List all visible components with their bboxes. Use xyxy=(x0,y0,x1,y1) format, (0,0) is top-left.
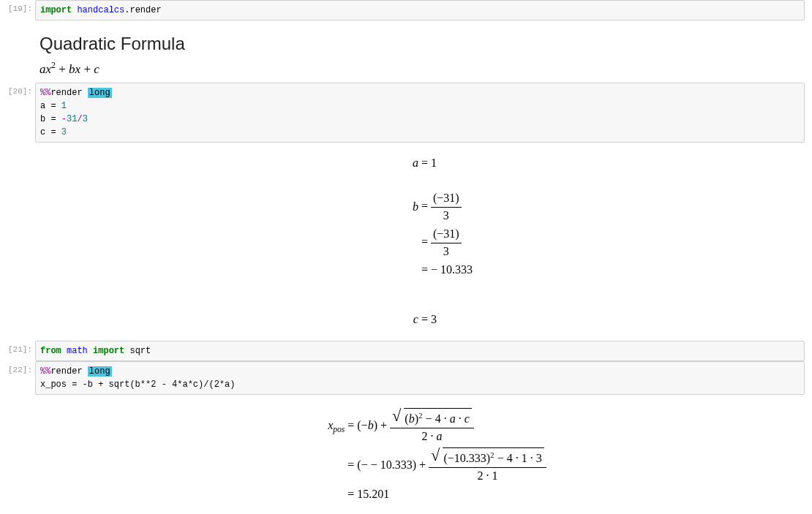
sq-c: c xyxy=(465,413,470,426)
out-b-eq2: = xyxy=(421,235,431,248)
out-c-eq: = xyxy=(421,313,431,325)
cell-21: [21]: from math import sqrt xyxy=(0,341,812,361)
eq: = xyxy=(45,101,61,111)
magic-render2: render xyxy=(50,366,82,377)
den1-2: 2 · xyxy=(421,430,436,442)
den1-a: a xyxy=(436,430,442,442)
out-c-val: 3 xyxy=(431,313,437,325)
frac-b2: (−31) 3 xyxy=(431,227,462,260)
out-term2: (− − 10.333) + xyxy=(357,458,429,471)
frac-b1-den: 3 xyxy=(431,208,462,224)
module-handcalcs: handcalcs xyxy=(77,5,124,15)
out-val3: 15.201 xyxy=(357,488,389,500)
op-plus: + xyxy=(56,62,69,76)
magic-arg-long: long xyxy=(88,88,112,98)
name-sqrt: sqrt xyxy=(129,346,151,356)
cell-21-prompt: [21]: xyxy=(0,341,35,354)
cell-22: [22]: %%render long x_pos = -b + sqrt(b*… xyxy=(0,361,812,395)
keyword-import: import xyxy=(40,5,72,15)
cell-22-output: xpos = (−b) + √ (b)2 − 4 · a · c xyxy=(0,395,812,514)
out-term1-b: b xyxy=(368,419,374,431)
num-1: 1 xyxy=(61,101,67,111)
num-31: 31 xyxy=(67,114,77,124)
var-c: c xyxy=(94,62,99,76)
eq: = xyxy=(45,114,61,124)
out-b-val: − 10.333 xyxy=(431,263,473,276)
empty-prompt xyxy=(0,395,35,399)
frac-b1-num: (−31) xyxy=(431,191,462,208)
den2: 2 · 1 xyxy=(429,468,546,484)
sq-minus: − 4 · xyxy=(423,413,450,426)
cell-19-input[interactable]: import handcalcs.render xyxy=(35,0,805,20)
keyword-import2: import xyxy=(93,346,124,356)
op-div: / xyxy=(77,114,82,124)
var-b: b xyxy=(69,62,75,76)
cell-20-output: a = 1 b = (−31) 3 xyxy=(0,143,812,341)
op-plus2: + xyxy=(80,62,94,76)
sq-a: a xyxy=(450,413,456,426)
magic-arg-long2: long xyxy=(88,366,112,377)
sq-b: b xyxy=(409,413,415,426)
var-a: a xyxy=(40,62,46,76)
module-math: math xyxy=(67,346,88,356)
out-term1c: ) + xyxy=(374,419,390,431)
var-x: x xyxy=(46,62,52,76)
out-b-lhs: b xyxy=(375,200,420,215)
frac-b1: (−31) 3 xyxy=(431,191,462,224)
empty-prompt xyxy=(0,143,35,147)
keyword-from: from xyxy=(40,346,61,356)
cell-20-input[interactable]: %%render long a = 1 b = -31/3 c = 3 xyxy=(35,83,805,143)
code-line-xpos: x_pos = -b + sqrt(b**2 - 4*a*c)/(2*a) xyxy=(40,379,235,390)
out-a-val: 1 xyxy=(431,156,437,169)
frac-b2-num: (−31) xyxy=(431,227,462,243)
out-a-lhs: a xyxy=(375,156,420,171)
num-3: 3 xyxy=(83,114,88,124)
markdown-content: Quadratic Formula ax2 + bx + c xyxy=(35,20,812,83)
output-20: a = 1 b = (−31) 3 xyxy=(35,143,812,341)
out-x-sub: pos xyxy=(333,425,345,434)
sqrt-1: √ (b)2 − 4 · a · c xyxy=(392,408,472,427)
out-eq1: = xyxy=(347,419,357,431)
cell-markdown: Quadratic Formula ax2 + bx + c xyxy=(0,20,812,83)
cell-22-prompt: [22]: xyxy=(0,361,35,374)
cell-22-input[interactable]: %%render long x_pos = -b + sqrt(b**2 - 4… xyxy=(35,361,805,395)
out-eq3: = xyxy=(347,488,357,500)
cell-20-prompt: [20]: xyxy=(0,83,35,96)
module-render: render xyxy=(129,5,161,15)
var-x2: x xyxy=(75,62,81,76)
cell-19: [19]: import handcalcs.render xyxy=(0,0,812,20)
frac-b2-den: 3 xyxy=(431,243,462,260)
num-3b: 3 xyxy=(61,127,67,137)
output-22: xpos = (−b) + √ (b)2 − 4 · a · c xyxy=(35,395,812,514)
sq2-inner: (−10.333) xyxy=(443,452,490,464)
out-c-lhs: c xyxy=(375,312,420,328)
out-a-eq: = xyxy=(421,156,431,169)
out-b-eq: = xyxy=(421,200,431,212)
cell-21-input[interactable]: from math import sqrt xyxy=(35,341,805,361)
frac-x1: √ (b)2 − 4 · a · c 2 · a xyxy=(390,408,474,445)
md-equation: ax2 + bx + c xyxy=(40,60,808,77)
out-b-eq3: = xyxy=(421,263,431,276)
md-title: Quadratic Formula xyxy=(40,34,808,54)
out-eq2: = xyxy=(347,458,357,471)
magic-pct2: %% xyxy=(40,366,50,377)
cell-19-prompt: [19]: xyxy=(0,0,35,13)
op-neg: - xyxy=(61,114,67,124)
empty-prompt xyxy=(0,20,35,25)
eq: = xyxy=(45,127,61,137)
magic-pct: %% xyxy=(40,88,50,98)
cell-20: [20]: %%render long a = 1 b = -31/3 c = … xyxy=(0,83,812,143)
sqrt-2: √ (−10.333)2 − 4 · 1 · 3 xyxy=(431,447,544,466)
frac-x2: √ (−10.333)2 − 4 · 1 · 3 2 · 1 xyxy=(429,447,546,484)
magic-render: render xyxy=(50,88,82,98)
sq-dot: · xyxy=(456,413,465,426)
sq2-rest: − 4 · 1 · 3 xyxy=(495,452,542,464)
out-term1a: (− xyxy=(357,419,367,431)
